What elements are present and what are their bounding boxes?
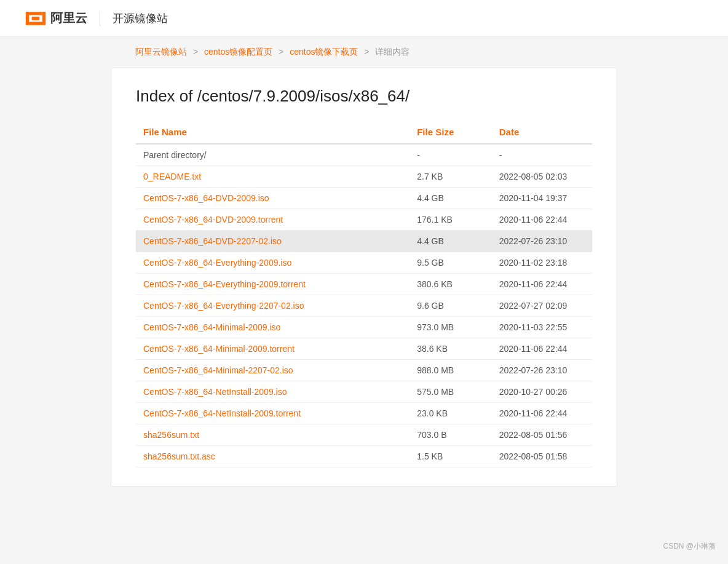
svg-rect-3 (29, 22, 42, 25)
table-row: sha256sum.txt703.0 B2022-08-05 01:56 (136, 424, 592, 446)
file-name-cell: CentOS-7-x86_64-Everything-2009.torrent (136, 274, 410, 295)
table-row: sha256sum.txt.asc1.5 KB2022-08-05 01:58 (136, 446, 592, 467)
file-size-cell: 23.0 KB (410, 403, 492, 424)
svg-rect-1 (42, 12, 46, 25)
breadcrumb-link-2[interactable]: centos镜像配置页 (204, 47, 272, 57)
file-link[interactable]: CentOS-7-x86_64-DVD-2207-02.iso (143, 236, 282, 246)
file-name-cell: CentOS-7-x86_64-Minimal-2207-02.iso (136, 360, 410, 381)
file-date-cell: 2020-11-06 22:44 (492, 338, 592, 360)
file-name-cell: sha256sum.txt.asc (136, 446, 410, 467)
table-row: CentOS-7-x86_64-Everything-2009.torrent3… (136, 274, 592, 295)
breadcrumb-sep-2: > (279, 47, 286, 57)
table-row: CentOS-7-x86_64-NetInstall-2009.iso575.0… (136, 381, 592, 403)
header: 阿里云 开源镜像站 (0, 0, 728, 37)
table-row: CentOS-7-x86_64-Everything-2207-02.iso9.… (136, 295, 592, 317)
file-name-cell: CentOS-7-x86_64-Everything-2207-02.iso (136, 295, 410, 317)
logo-text: 阿里云 (50, 10, 87, 26)
file-name-cell: CentOS-7-x86_64-Minimal-2009.torrent (136, 338, 410, 360)
breadcrumb-link-1[interactable]: 阿里云镜像站 (135, 47, 187, 57)
file-link[interactable]: CentOS-7-x86_64-Minimal-2009.iso (143, 322, 280, 332)
file-size-cell: 38.6 KB (410, 338, 492, 360)
file-size-cell: - (410, 144, 492, 166)
file-date-cell: 2020-11-04 19:37 (492, 188, 592, 209)
logo: 阿里云 (25, 7, 87, 30)
file-date-cell: 2022-07-27 02:09 (492, 295, 592, 317)
file-name-cell: CentOS-7-x86_64-Minimal-2009.iso (136, 317, 410, 338)
file-link[interactable]: CentOS-7-x86_64-Minimal-2207-02.iso (143, 365, 293, 375)
file-size-cell: 9.5 GB (410, 252, 492, 274)
table-row: CentOS-7-x86_64-Minimal-2009.iso973.0 MB… (136, 317, 592, 338)
file-date-cell: 2022-07-26 23:10 (492, 360, 592, 381)
breadcrumb: 阿里云镜像站 > centos镜像配置页 > centos镜像下载页 > 详细内… (0, 37, 728, 68)
file-date-cell: 2020-11-02 23:18 (492, 252, 592, 274)
watermark: CSDN @小琳藩 (663, 541, 716, 552)
file-size-cell: 4.4 GB (410, 188, 492, 209)
table-header-row: File Name File Size Date (136, 121, 592, 144)
file-name-cell: 0_README.txt (136, 166, 410, 188)
file-link[interactable]: CentOS-7-x86_64-Everything-2009.iso (143, 258, 291, 268)
file-date-cell: 2022-08-05 01:58 (492, 446, 592, 467)
file-size-cell: 973.0 MB (410, 317, 492, 338)
breadcrumb-sep-3: > (364, 47, 371, 57)
file-link[interactable]: CentOS-7-x86_64-NetInstall-2009.iso (143, 387, 287, 397)
file-link[interactable]: 0_README.txt (143, 172, 201, 181)
file-size-cell: 575.0 MB (410, 381, 492, 403)
file-link[interactable]: CentOS-7-x86_64-Everything-2009.torrent (143, 279, 306, 289)
file-link[interactable]: CentOS-7-x86_64-Everything-2207-02.iso (143, 301, 304, 311)
file-name-cell: CentOS-7-x86_64-NetInstall-2009.iso (136, 381, 410, 403)
file-name-cell: CentOS-7-x86_64-DVD-2009.iso (136, 188, 410, 209)
file-date-cell: 2020-11-06 22:44 (492, 209, 592, 231)
col-header-filesize: File Size (410, 121, 492, 144)
table-row: CentOS-7-x86_64-Everything-2009.iso9.5 G… (136, 252, 592, 274)
file-date-cell: 2020-11-03 22:55 (492, 317, 592, 338)
file-size-cell: 988.0 MB (410, 360, 492, 381)
table-row: CentOS-7-x86_64-DVD-2009.iso4.4 GB2020-1… (136, 188, 592, 209)
file-size-cell: 1.5 KB (410, 446, 492, 467)
file-date-cell: 2020-10-27 00:26 (492, 381, 592, 403)
table-row: CentOS-7-x86_64-NetInstall-2009.torrent2… (136, 403, 592, 424)
table-row: CentOS-7-x86_64-DVD-2207-02.iso4.4 GB202… (136, 231, 592, 252)
file-date-cell: 2022-07-26 23:10 (492, 231, 592, 252)
page-title: Index of /centos/7.9.2009/isos/x86_64/ (136, 87, 592, 106)
file-date-cell: 2020-11-06 22:44 (492, 274, 592, 295)
file-name-cell: CentOS-7-x86_64-DVD-2009.torrent (136, 209, 410, 231)
table-row: CentOS-7-x86_64-Minimal-2009.torrent38.6… (136, 338, 592, 360)
file-link[interactable]: CentOS-7-x86_64-Minimal-2009.torrent (143, 344, 295, 354)
file-link[interactable]: sha256sum.txt (143, 430, 199, 440)
file-name-cell: CentOS-7-x86_64-NetInstall-2009.torrent (136, 403, 410, 424)
file-size-cell: 2.7 KB (410, 166, 492, 188)
breadcrumb-current: 详细内容 (375, 47, 410, 57)
file-link[interactable]: sha256sum.txt.asc (143, 451, 215, 461)
table-row: CentOS-7-x86_64-Minimal-2207-02.iso988.0… (136, 360, 592, 381)
file-date-cell: 2022-08-05 01:56 (492, 424, 592, 446)
file-table: File Name File Size Date Parent director… (136, 121, 592, 467)
file-name-cell: CentOS-7-x86_64-Everything-2009.iso (136, 252, 410, 274)
file-date-cell: 2020-11-06 22:44 (492, 403, 592, 424)
file-name-cell: CentOS-7-x86_64-DVD-2207-02.iso (136, 231, 410, 252)
file-link[interactable]: CentOS-7-x86_64-DVD-2009.torrent (143, 215, 283, 224)
file-size-cell: 176.1 KB (410, 209, 492, 231)
file-size-cell: 703.0 B (410, 424, 492, 446)
file-link[interactable]: CentOS-7-x86_64-NetInstall-2009.torrent (143, 408, 301, 418)
file-date-cell: - (492, 144, 592, 166)
svg-rect-0 (26, 12, 29, 25)
breadcrumb-sep-1: > (193, 47, 200, 57)
file-link[interactable]: CentOS-7-x86_64-DVD-2009.iso (143, 193, 269, 203)
main-content: Index of /centos/7.9.2009/isos/x86_64/ F… (111, 68, 617, 487)
file-date-cell: 2022-08-05 02:03 (492, 166, 592, 188)
breadcrumb-link-3[interactable]: centos镜像下载页 (290, 47, 358, 57)
header-divider (100, 11, 100, 26)
svg-rect-4 (32, 17, 40, 20)
svg-rect-2 (29, 12, 42, 15)
table-row: CentOS-7-x86_64-DVD-2009.torrent176.1 KB… (136, 209, 592, 231)
table-row: 0_README.txt2.7 KB2022-08-05 02:03 (136, 166, 592, 188)
file-size-cell: 4.4 GB (410, 231, 492, 252)
table-row: Parent directory/-- (136, 144, 592, 166)
file-size-cell: 380.6 KB (410, 274, 492, 295)
col-header-filename: File Name (136, 121, 410, 144)
file-size-cell: 9.6 GB (410, 295, 492, 317)
site-name: 开源镜像站 (113, 11, 168, 26)
file-name-cell: Parent directory/ (136, 144, 410, 166)
aliyun-logo-icon (25, 7, 47, 30)
col-header-date: Date (492, 121, 592, 144)
